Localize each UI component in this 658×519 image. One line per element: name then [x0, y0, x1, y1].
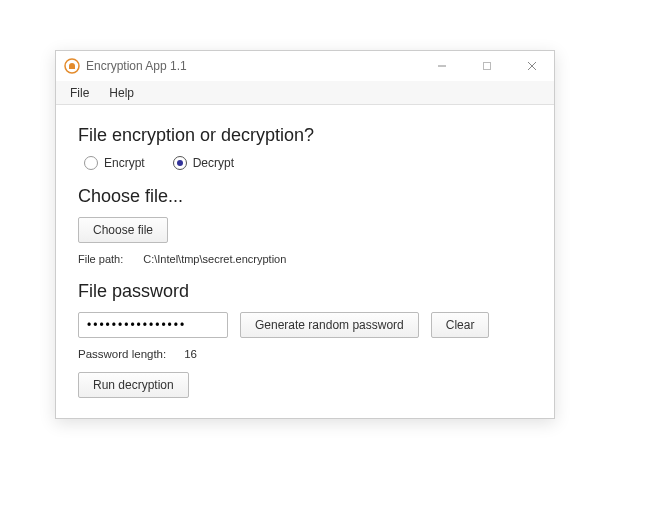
close-button[interactable] [509, 51, 554, 81]
mode-radio-group: Encrypt Decrypt [84, 156, 532, 170]
file-path-value: C:\Intel\tmp\secret.encryption [143, 253, 286, 265]
app-window: Encryption App 1.1 File Help File encryp… [55, 50, 555, 419]
run-button[interactable]: Run decryption [78, 372, 189, 398]
mode-heading: File encryption or decryption? [78, 125, 532, 146]
minimize-button[interactable] [419, 51, 464, 81]
choose-file-button[interactable]: Choose file [78, 217, 168, 243]
file-path-label: File path: [78, 253, 123, 265]
content-area: File encryption or decryption? Encrypt D… [56, 105, 554, 418]
generate-password-button[interactable]: Generate random password [240, 312, 419, 338]
window-title: Encryption App 1.1 [86, 59, 187, 73]
radio-circle-icon [173, 156, 187, 170]
menubar: File Help [56, 81, 554, 105]
password-input[interactable] [78, 312, 228, 338]
password-heading: File password [78, 281, 532, 302]
maximize-button[interactable] [464, 51, 509, 81]
password-length-label: Password length: [78, 348, 166, 360]
svg-rect-2 [483, 63, 490, 70]
menu-file[interactable]: File [60, 83, 99, 103]
radio-decrypt[interactable]: Decrypt [173, 156, 234, 170]
choose-file-heading: Choose file... [78, 186, 532, 207]
password-length-value: 16 [184, 348, 197, 360]
radio-decrypt-label: Decrypt [193, 156, 234, 170]
window-controls [419, 51, 554, 81]
radio-circle-icon [84, 156, 98, 170]
clear-password-button[interactable]: Clear [431, 312, 490, 338]
titlebar: Encryption App 1.1 [56, 51, 554, 81]
menu-help[interactable]: Help [99, 83, 144, 103]
app-icon [64, 58, 80, 74]
radio-encrypt[interactable]: Encrypt [84, 156, 145, 170]
radio-encrypt-label: Encrypt [104, 156, 145, 170]
